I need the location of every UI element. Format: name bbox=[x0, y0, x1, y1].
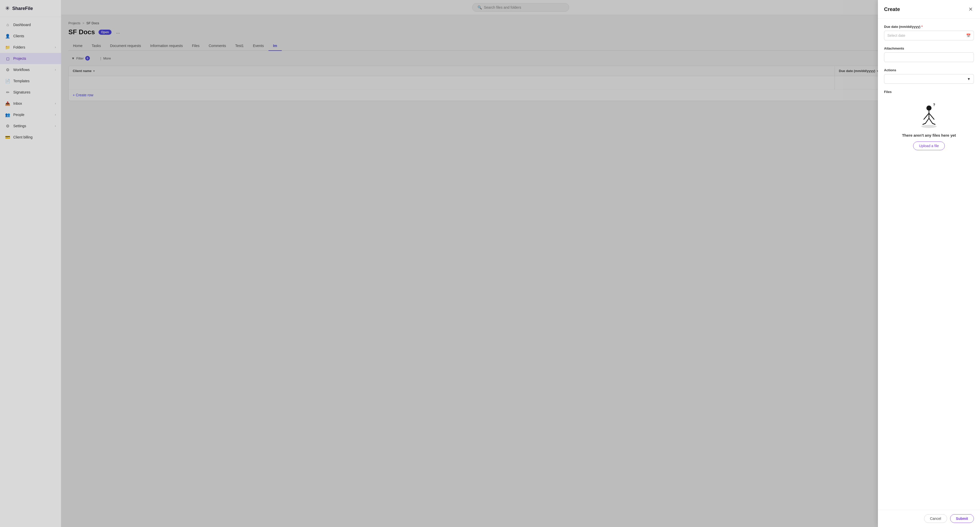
svg-line-6 bbox=[929, 118, 932, 123]
due-date-input[interactable]: Select date 📅 bbox=[884, 31, 974, 40]
empty-illustration: ? bbox=[916, 101, 942, 129]
svg-line-7 bbox=[923, 123, 925, 125]
actions-select[interactable]: ▼ bbox=[884, 74, 974, 84]
close-panel-button[interactable]: ✕ bbox=[967, 5, 974, 13]
create-panel: Create ✕ Due date (mm/dd/yyyy) * Select … bbox=[878, 0, 980, 527]
svg-point-0 bbox=[921, 125, 937, 128]
submit-button[interactable]: Submit bbox=[950, 514, 974, 523]
svg-text:?: ? bbox=[933, 103, 935, 107]
panel-overlay[interactable] bbox=[0, 0, 980, 527]
svg-line-4 bbox=[929, 113, 934, 119]
panel-title: Create bbox=[884, 6, 900, 12]
cancel-button[interactable]: Cancel bbox=[924, 514, 947, 523]
files-field-group: Files bbox=[884, 90, 974, 155]
svg-line-5 bbox=[925, 118, 929, 123]
calendar-icon: 📅 bbox=[966, 34, 970, 38]
files-empty-state: ? There aren't any files here yet Upload… bbox=[884, 96, 974, 155]
svg-point-1 bbox=[926, 105, 932, 110]
due-date-placeholder: Select date bbox=[887, 34, 905, 38]
dropdown-icon: ▼ bbox=[967, 77, 970, 81]
required-indicator: * bbox=[921, 25, 923, 29]
panel-body: Due date (mm/dd/yyyy) * Select date 📅 At… bbox=[878, 19, 980, 510]
files-empty-text: There aren't any files here yet bbox=[902, 133, 956, 137]
panel-header: Create ✕ bbox=[878, 0, 980, 19]
svg-line-3 bbox=[924, 113, 929, 119]
files-label: Files bbox=[884, 90, 974, 94]
svg-line-8 bbox=[932, 123, 935, 125]
due-date-label: Due date (mm/dd/yyyy) * bbox=[884, 25, 974, 29]
panel-footer: Cancel Submit bbox=[878, 510, 980, 527]
attachments-input[interactable] bbox=[884, 53, 974, 62]
actions-label: Actions bbox=[884, 68, 974, 72]
actions-field-group: Actions ▼ bbox=[884, 68, 974, 84]
attachments-label: Attachments bbox=[884, 46, 974, 50]
attachments-field-group: Attachments bbox=[884, 46, 974, 62]
upload-file-button[interactable]: Upload a file bbox=[913, 142, 945, 150]
due-date-field-group: Due date (mm/dd/yyyy) * Select date 📅 bbox=[884, 25, 974, 40]
